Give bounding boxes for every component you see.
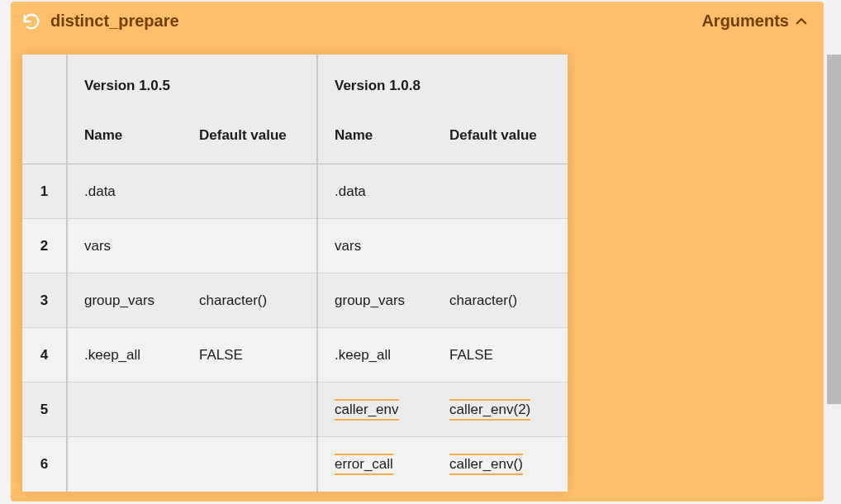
table-row: 2varsvars	[22, 219, 568, 273]
header-right-name: Name	[317, 114, 433, 164]
cell-right-default	[433, 219, 568, 273]
table-row: 3group_varscharacter()group_varscharacte…	[22, 273, 568, 328]
arguments-toggle[interactable]: Arguments	[701, 12, 809, 31]
header-corner	[22, 55, 67, 114]
cell-left-name: vars	[67, 219, 183, 273]
row-index: 3	[22, 273, 67, 328]
cell-right-name: error_call	[317, 437, 433, 492]
diff-highlight: error_call	[335, 454, 393, 475]
cell-left-default: character()	[183, 273, 317, 328]
cell-left-default: FALSE	[183, 328, 317, 383]
cell-right-default: FALSE	[433, 328, 568, 383]
panel: distinct_prepare Arguments Version 1.0.5	[11, 2, 824, 502]
version-header-row: Version 1.0.5 Version 1.0.8	[22, 55, 568, 114]
cell-left-name	[67, 437, 183, 492]
cell-right-name: group_vars	[317, 273, 433, 328]
arguments-table: Version 1.0.5 Version 1.0.8 Name Default…	[22, 55, 568, 492]
cell-right-name: caller_env	[317, 383, 433, 437]
cell-right-name: vars	[317, 219, 433, 273]
header-left-name: Name	[67, 114, 183, 164]
cell-right-name: .keep_all	[317, 328, 433, 383]
panel-header: distinct_prepare Arguments	[11, 2, 824, 40]
cell-right-default: caller_env()	[433, 437, 568, 492]
version-left-header: Version 1.0.5	[67, 55, 317, 114]
row-index: 2	[22, 219, 67, 273]
cell-left-default	[183, 383, 317, 437]
header-index	[22, 114, 67, 164]
cell-left-name: .data	[67, 164, 183, 219]
refresh-icon[interactable]	[22, 12, 40, 31]
chevron-up-icon	[794, 14, 809, 29]
cell-left-default	[183, 437, 317, 492]
cell-right-default	[433, 164, 568, 219]
row-index: 6	[22, 437, 67, 492]
cell-left-name: .keep_all	[67, 328, 183, 383]
panel-header-left: distinct_prepare	[22, 12, 179, 31]
cell-left-default	[183, 164, 317, 219]
diff-highlight: caller_env(2)	[449, 399, 530, 421]
row-index: 1	[22, 164, 67, 219]
cell-left-name	[67, 383, 183, 437]
diff-highlight: caller_env()	[449, 454, 523, 475]
arguments-toggle-label: Arguments	[701, 12, 789, 31]
cell-left-name: group_vars	[67, 273, 183, 328]
scrollbar-thumb[interactable]	[827, 55, 841, 404]
cell-right-default: caller_env(2)	[433, 383, 568, 437]
panel-title: distinct_prepare	[50, 12, 179, 31]
column-header-row: Name Default value Name Default value	[22, 114, 568, 164]
cell-right-default: character()	[433, 273, 568, 328]
diff-highlight: caller_env	[335, 399, 399, 421]
table-row: 6error_callcaller_env()	[22, 437, 568, 492]
row-index: 4	[22, 328, 67, 383]
scrollbar-track[interactable]	[827, 0, 841, 504]
row-index: 5	[22, 383, 67, 437]
arguments-tbody: 1.data.data2varsvars3group_varscharacter…	[22, 164, 568, 492]
header-left-default: Default value	[183, 114, 317, 164]
cell-right-name: .data	[317, 164, 433, 219]
table-row: 1.data.data	[22, 164, 568, 219]
arguments-table-wrap: Version 1.0.5 Version 1.0.8 Name Default…	[22, 55, 568, 492]
table-row: 5caller_envcaller_env(2)	[22, 383, 568, 437]
cell-left-default	[183, 219, 317, 273]
table-row: 4.keep_allFALSE.keep_allFALSE	[22, 328, 568, 383]
version-right-header: Version 1.0.8	[317, 55, 568, 114]
header-right-default: Default value	[433, 114, 568, 164]
